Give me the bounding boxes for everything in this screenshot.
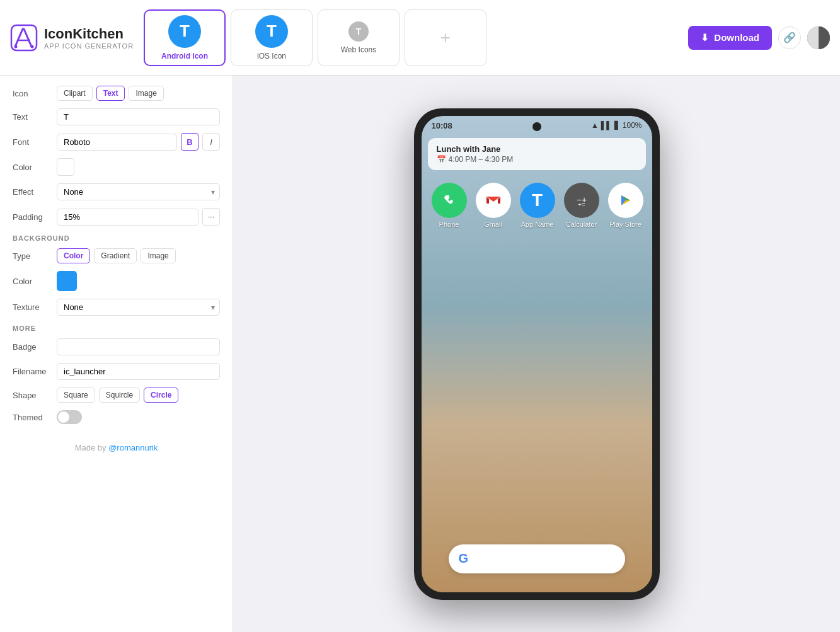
padding-controls: ··· [57,208,220,226]
appname-app-icon[interactable]: T [520,183,555,218]
icon-clipart-btn[interactable]: Clipart [57,86,93,101]
web-tab-icon: T [348,21,369,42]
preview-area: 10:08 ▲ ▌▌ ▋ 100% Lunch with Jane 📅 4:00… [233,76,840,632]
shape-controls: Square Squircle Circle [57,388,178,403]
download-button[interactable]: ⬇ Download [688,26,772,50]
bg-type-row: Type Color Gradient Image [13,248,220,263]
effect-select[interactable]: None Shadow Outline [57,183,220,200]
gmail-app-icon[interactable] [476,183,511,218]
link-icon: 🔗 [783,32,796,43]
bg-color-swatch[interactable] [57,271,77,291]
padding-row: Padding ··· [13,208,220,226]
effect-row: Effect None Shadow Outline [13,183,220,200]
playstore-app-icon[interactable] [608,183,643,218]
phone-app-label: Phone [439,221,459,228]
search-bar[interactable]: G [449,544,625,573]
phone-notch [532,122,541,131]
texture-select-wrapper: None Noise Dots [57,299,220,316]
notification-subtitle: 📅 4:00 PM – 4:30 PM [437,155,637,164]
bg-color-row: Color [13,271,220,291]
padding-more-btn[interactable]: ··· [202,208,220,226]
bg-type-controls: Color Gradient Image [57,248,220,263]
app-item-phone: Phone [432,183,467,228]
shape-square-btn[interactable]: Square [57,388,95,403]
background-header: BACKGROUND [13,234,220,242]
themed-row: Themed [13,410,220,424]
badge-input[interactable] [57,338,220,355]
gmail-app-label: Gmail [484,221,502,228]
svg-text:÷=: ÷= [578,201,585,208]
icon-image-btn[interactable]: Image [129,86,163,101]
type-gradient-btn[interactable]: Gradient [94,248,137,263]
font-input[interactable] [57,134,177,151]
icon-text-btn[interactable]: Text [96,86,125,101]
app-subtitle: APP ICON GENERATOR [44,42,134,50]
calculator-app-icon[interactable]: −+ ÷= [564,183,599,218]
android-tab-icon: T [168,15,201,48]
color-swatch[interactable] [57,158,74,176]
tab-web[interactable]: T Web Icons [318,9,400,66]
padding-label: Padding [13,212,57,222]
download-arrow-icon: ⬇ [701,32,709,43]
text-input[interactable] [57,108,220,125]
shape-circle-btn[interactable]: Circle [144,388,178,403]
sidebar: Icon Clipart Text Image Text Font B I Co… [0,76,233,632]
themed-toggle[interactable] [57,410,82,424]
badge-row: Badge [13,338,220,355]
tab-android[interactable]: T Android Icon [144,9,226,66]
ios-tab-icon: T [255,15,288,48]
badge-label: Badge [13,342,57,352]
phone-app-icon[interactable] [432,183,467,218]
logo-icon [10,24,38,52]
status-icons: ▲ ▌▌ ▋ 100% [591,121,642,130]
filename-row: Filename [13,363,220,380]
topbar-actions: ⬇ Download 🔗 [688,26,830,50]
svg-point-2 [31,45,34,48]
signal-icon: ▌▌ [601,121,612,130]
themed-knob [58,411,69,423]
app-item-calculator: −+ ÷= Calculator [564,183,599,228]
drag-dot-3 [469,355,471,358]
topbar: IconKitchen APP ICON GENERATOR T Android… [0,0,840,76]
tabs-area: T Android Icon T iOS Icon T Web Icons + [144,9,681,66]
effect-select-wrapper: None Shadow Outline [57,183,220,200]
appname-icon-letter: T [532,190,543,210]
drag-dot-2 [469,350,471,353]
type-image-btn[interactable]: Image [141,248,175,263]
color-label: Color [13,163,57,172]
resize-handle[interactable] [466,343,840,365]
link-button[interactable]: 🔗 [778,26,801,49]
text-label: Text [13,112,57,122]
tab-ios[interactable]: T iOS Icon [231,9,313,66]
bold-button[interactable]: B [181,133,198,151]
calendar-icon: 📅 [437,155,446,164]
padding-input[interactable] [57,209,198,226]
italic-button[interactable]: I [202,133,220,151]
web-tab-label: Web Icons [341,45,376,54]
shape-squircle-btn[interactable]: Squircle [99,388,140,403]
phone-icon-svg [439,190,459,210]
footer-credit: Made by @romannurik [13,443,220,452]
download-label: Download [714,32,759,43]
more-header: MORE [13,325,220,332]
battery-label: 100% [623,121,642,130]
texture-label: Texture [13,302,57,312]
tab-add[interactable]: + [405,9,486,66]
type-color-btn[interactable]: Color [57,248,90,263]
svg-point-1 [14,45,18,48]
filename-input[interactable] [57,363,220,380]
status-time: 10:08 [432,121,452,130]
font-row: Font B I [13,133,220,151]
main-layout: Icon Clipart Text Image Text Font B I Co… [0,76,840,632]
texture-select[interactable]: None Noise Dots [57,299,220,316]
shape-row: Shape Square Squircle Circle [13,388,220,403]
app-name: IconKitchen [44,26,134,42]
appname-app-label: App Name [521,221,554,228]
footer-link[interactable]: @romannurik [108,443,158,452]
logo-area: IconKitchen APP ICON GENERATOR [10,24,136,52]
text-row: Text [13,108,220,125]
google-logo: G [459,551,474,566]
add-tab-icon: + [440,28,451,48]
calculator-icon-svg: −+ ÷= [570,189,593,212]
theme-toggle-button[interactable] [807,26,830,49]
